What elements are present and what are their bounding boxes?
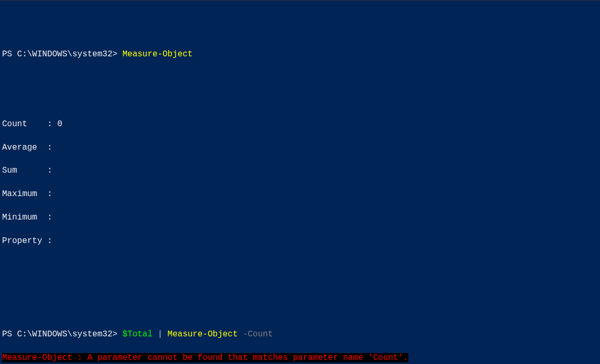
error-line: Measure-Object : A parameter cannot be f… xyxy=(2,352,598,363)
command-line-2: PS C:\WINDOWS\system32> $Total | Measure… xyxy=(2,329,598,340)
param-count: -Count xyxy=(243,330,273,339)
output-average: Average : xyxy=(2,142,598,153)
output-maximum: Maximum : xyxy=(2,188,598,200)
blank-line xyxy=(2,259,598,270)
pipe-op: | xyxy=(152,330,168,339)
blank-line xyxy=(2,305,598,317)
command-line-1: PS C:\WINDOWS\system32> Measure-Object xyxy=(2,48,598,60)
variable-total: $Total xyxy=(122,330,152,339)
prompt: PS C:\WINDOWS\system32> xyxy=(2,50,122,59)
output-count: Count : 0 xyxy=(2,118,598,130)
blank-line xyxy=(2,71,598,83)
cmdlet-measure-object: Measure-Object xyxy=(168,330,238,339)
blank-line xyxy=(2,282,598,293)
blank-line xyxy=(2,95,598,106)
output-property: Property : xyxy=(2,235,598,247)
terminal-area[interactable]: { "prompt": "PS C:\\WINDOWS\\system32> "… xyxy=(0,0,600,364)
output-sum: Sum : xyxy=(2,165,598,176)
cmdlet-measure-object: Measure-Object xyxy=(122,50,192,59)
prompt: PS C:\WINDOWS\system32> xyxy=(2,330,122,339)
output-minimum: Minimum : xyxy=(2,212,598,223)
